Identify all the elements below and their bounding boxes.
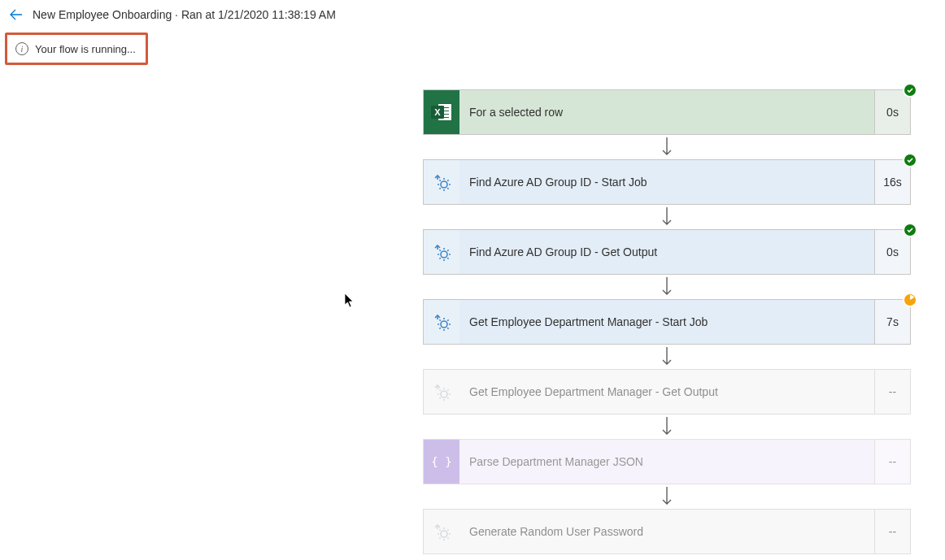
flow-step-label: Find Azure AD Group ID - Start Job	[459, 160, 874, 204]
flow-connector-arrow-icon	[660, 415, 674, 439]
flow-step-duration: 7s	[874, 300, 910, 344]
flow-run-diagram: XFor a selected row0s Find Azure AD Grou…	[423, 89, 911, 554]
flow-step-label: Parse Department Manager JSON	[459, 440, 874, 484]
page-header: New Employee Onboarding · Ran at 1/21/20…	[0, 0, 945, 29]
automation-icon	[424, 510, 459, 553]
flow-connector-arrow-icon	[660, 135, 674, 159]
svg-point-3	[441, 391, 447, 397]
back-button[interactable]	[8, 7, 24, 23]
flow-step-label: Get Employee Department Manager - Get Ou…	[459, 370, 874, 414]
mouse-cursor-icon	[344, 293, 355, 312]
flow-step[interactable]: Get Employee Department Manager - Start …	[423, 299, 911, 345]
automation-icon	[424, 300, 459, 344]
flow-connector-arrow-icon	[660, 275, 674, 299]
automation-icon	[424, 370, 459, 414]
flow-status-text: Your flow is running...	[35, 43, 136, 55]
flow-step-duration: 0s	[874, 230, 910, 274]
arrow-left-icon	[10, 8, 23, 21]
automation-icon	[424, 230, 459, 274]
flow-step: { }Parse Department Manager JSON--	[423, 439, 911, 484]
flow-step-label: Generate Random User Password	[459, 510, 874, 553]
success-status-icon	[903, 223, 917, 237]
success-status-icon	[903, 153, 917, 167]
page-title: New Employee Onboarding · Ran at 1/21/20…	[33, 8, 336, 21]
flow-step-label: Find Azure AD Group ID - Get Output	[459, 230, 874, 274]
flow-step[interactable]: Find Azure AD Group ID - Get Output0s	[423, 229, 911, 275]
flow-step: Get Employee Department Manager - Get Ou…	[423, 369, 911, 415]
flow-step-label: For a selected row	[459, 90, 874, 134]
flow-step-duration: --	[874, 370, 910, 414]
flow-step-label: Get Employee Department Manager - Start …	[459, 300, 874, 344]
flow-step-duration: 16s	[874, 160, 910, 204]
excel-icon: X	[424, 90, 459, 134]
flow-step-duration: 0s	[874, 90, 910, 134]
svg-point-4	[441, 531, 447, 537]
flow-step[interactable]: XFor a selected row0s	[423, 89, 911, 135]
running-status-icon	[903, 293, 917, 307]
success-status-icon	[903, 83, 917, 98]
flow-step-duration: --	[874, 440, 910, 484]
flow-status-banner: i Your flow is running...	[5, 33, 148, 65]
automation-icon	[424, 160, 459, 204]
svg-point-2	[441, 321, 447, 328]
flow-connector-arrow-icon	[660, 205, 674, 229]
flow-connector-arrow-icon	[660, 484, 674, 509]
svg-point-0	[441, 181, 447, 188]
flow-step[interactable]: Find Azure AD Group ID - Start Job16s	[423, 159, 911, 205]
info-icon: i	[15, 42, 28, 55]
flow-step-duration: --	[874, 510, 910, 553]
svg-point-1	[441, 251, 447, 258]
flow-connector-arrow-icon	[660, 345, 674, 369]
flow-step: Generate Random User Password--	[423, 509, 911, 554]
json-icon: { }	[424, 440, 459, 484]
